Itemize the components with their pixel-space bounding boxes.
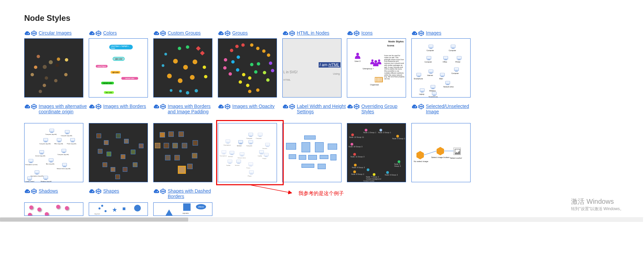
thumb-group-override[interactable]: Node: 1 Group: 1 Node: 12 Group: 11 Node… bbox=[347, 123, 406, 182]
codepen-icon[interactable] bbox=[354, 30, 360, 36]
svg-point-5 bbox=[262, 49, 266, 53]
thumb-images[interactable]: Computer Computer Computer Office Printe… bbox=[411, 38, 471, 98]
pill-hex: hex color bbox=[104, 91, 114, 94]
jsfiddle-icon[interactable] bbox=[411, 30, 417, 36]
device-label: Computer bbox=[246, 138, 252, 139]
svg-point-3 bbox=[250, 43, 253, 47]
codepen-icon[interactable] bbox=[289, 104, 295, 110]
device-label: Laptop (center) bbox=[25, 181, 34, 182]
codepen-icon[interactable] bbox=[418, 104, 424, 110]
codepen-icon[interactable] bbox=[225, 30, 231, 36]
thumb-icons[interactable]: Node Styles Icons User 2 Usergroup > Org… bbox=[347, 38, 406, 98]
link-custom-groups[interactable]: Custom Groups bbox=[168, 30, 201, 36]
node-label: Node: 3 Group: 1 bbox=[392, 138, 405, 140]
link-images[interactable]: Images bbox=[426, 30, 441, 36]
jsfiddle-icon[interactable] bbox=[218, 104, 224, 110]
thumb-colors[interactable]: colorObject + highlight + hover rgba col… bbox=[89, 38, 148, 98]
svg-point-10 bbox=[231, 60, 235, 64]
codepen-icon[interactable] bbox=[95, 188, 102, 194]
device-label: Computer bbox=[246, 145, 252, 147]
thumb-shapes-dashed[interactable]: ellipse square bbox=[153, 202, 212, 216]
jsfiddle-icon[interactable] bbox=[411, 104, 417, 110]
link-sel-image[interactable]: Selected/Unselected Image bbox=[426, 104, 475, 114]
svg-point-21 bbox=[266, 78, 270, 82]
codepen-icon[interactable] bbox=[225, 104, 231, 110]
jsfiddle-icon[interactable] bbox=[347, 30, 353, 36]
link-circular-images[interactable]: Circular Images bbox=[39, 30, 72, 36]
thumb-sel-image[interactable]: No select image Select image broken Sele… bbox=[411, 123, 471, 182]
node-label: Node: 5 Group: 2 bbox=[394, 163, 406, 167]
link-group-override[interactable]: Overriding Group Styles bbox=[361, 104, 411, 114]
thumb-shadows[interactable] bbox=[24, 202, 83, 216]
codepen-icon[interactable] bbox=[418, 30, 424, 36]
thumb-label-wh[interactable] bbox=[282, 123, 341, 182]
svg-line-26 bbox=[424, 151, 437, 155]
pill-obj: colorObject bbox=[96, 65, 108, 68]
link-shapes[interactable]: Shapes bbox=[103, 188, 119, 194]
device-icon bbox=[427, 56, 431, 61]
thumb-img-alt-origin[interactable]: Computer (top-left) Computer (top-left) … bbox=[24, 123, 83, 182]
jsfiddle-icon[interactable] bbox=[347, 104, 353, 110]
device-icon bbox=[43, 138, 48, 143]
link-colors[interactable]: Colors bbox=[103, 30, 117, 36]
codepen-icon[interactable] bbox=[160, 30, 166, 36]
device-icon bbox=[70, 138, 75, 143]
link-img-borders[interactable]: Images with Borders bbox=[103, 104, 146, 109]
codepen-icon[interactable] bbox=[31, 104, 37, 110]
thumb-shapes[interactable]: ★ big text bbox=[89, 202, 148, 216]
jsfiddle-icon[interactable] bbox=[89, 188, 95, 194]
jsfiddle-icon[interactable] bbox=[282, 30, 288, 36]
link-label-wh[interactable]: Label Width and Height Settings bbox=[297, 104, 346, 114]
svg-point-17 bbox=[250, 63, 253, 66]
jsfiddle-icon[interactable] bbox=[89, 104, 95, 110]
jsfiddle-icon[interactable] bbox=[282, 104, 288, 110]
link-img-alt-origin[interactable]: Images with alternative coordinate origi… bbox=[39, 104, 88, 114]
thumb-groups[interactable] bbox=[218, 38, 277, 98]
codepen-icon[interactable] bbox=[160, 188, 166, 194]
link-groups[interactable]: Groups bbox=[232, 30, 248, 36]
link-html-in-nodes[interactable]: HTML in Nodes bbox=[297, 30, 329, 36]
codepen-icon[interactable] bbox=[95, 104, 102, 110]
jsfiddle-icon[interactable] bbox=[24, 104, 30, 110]
horizontal-scrollbar-track[interactable] bbox=[0, 217, 643, 222]
link-shapes-dashed[interactable]: Shapes with Dashed Borders bbox=[168, 188, 217, 199]
codepen-icon[interactable] bbox=[95, 30, 102, 36]
device-icon bbox=[416, 73, 421, 78]
svg-point-15 bbox=[239, 80, 242, 84]
watermark-line1: 激活 Windows bbox=[571, 197, 624, 206]
thumb-img-borders-pad[interactable] bbox=[153, 123, 212, 182]
codepen-icon[interactable] bbox=[31, 30, 37, 36]
codepen-icon[interactable] bbox=[160, 104, 166, 110]
pill-top: colorObject + highlight + hover bbox=[109, 45, 133, 49]
jsfiddle-icon[interactable] bbox=[24, 30, 30, 36]
codepen-icon[interactable] bbox=[289, 30, 295, 36]
codepen-icon[interactable] bbox=[31, 188, 37, 194]
jsfiddle-icon[interactable] bbox=[153, 188, 159, 194]
shape-label: big text bbox=[94, 213, 100, 215]
thumb-img-opacity[interactable]: Smartphone Internet Computer Computer Co… bbox=[218, 123, 277, 182]
link-shadows[interactable]: Shadows bbox=[39, 188, 58, 194]
thumb-circular-images[interactable] bbox=[24, 38, 83, 98]
device-label: Smartphone (center) bbox=[25, 164, 38, 165]
jsfiddle-icon[interactable] bbox=[24, 188, 30, 194]
jsfiddle-icon[interactable] bbox=[153, 104, 159, 110]
device-icon bbox=[249, 170, 254, 175]
svg-point-12 bbox=[236, 68, 239, 72]
card-circular-images: Circular Images bbox=[24, 30, 88, 98]
device-label: Laptop bbox=[258, 155, 262, 157]
device-icon bbox=[454, 68, 459, 72]
jsfiddle-icon[interactable] bbox=[153, 30, 159, 36]
thumb-img-borders[interactable] bbox=[89, 123, 148, 182]
thumb-html-in-nodes[interactable]: I am HTML L in SVG! Using HTML bbox=[282, 38, 341, 98]
link-icons[interactable]: Icons bbox=[361, 30, 372, 36]
thumb-custom-groups[interactable] bbox=[153, 38, 212, 98]
jsfiddle-icon[interactable] bbox=[89, 30, 95, 36]
link-img-borders-pad[interactable]: Images with Borders and Image Padding bbox=[168, 104, 217, 114]
link-img-opacity[interactable]: Images with Opacity bbox=[232, 104, 275, 109]
codepen-icon[interactable] bbox=[354, 104, 360, 110]
horizontal-scrollbar-thumb[interactable] bbox=[0, 218, 188, 222]
jsfiddle-icon[interactable] bbox=[218, 30, 224, 36]
card-img-borders: Images with Borders bbox=[89, 104, 153, 182]
device-label: Computer (top-left) bbox=[45, 133, 57, 135]
device-label: Internet bbox=[235, 164, 240, 166]
